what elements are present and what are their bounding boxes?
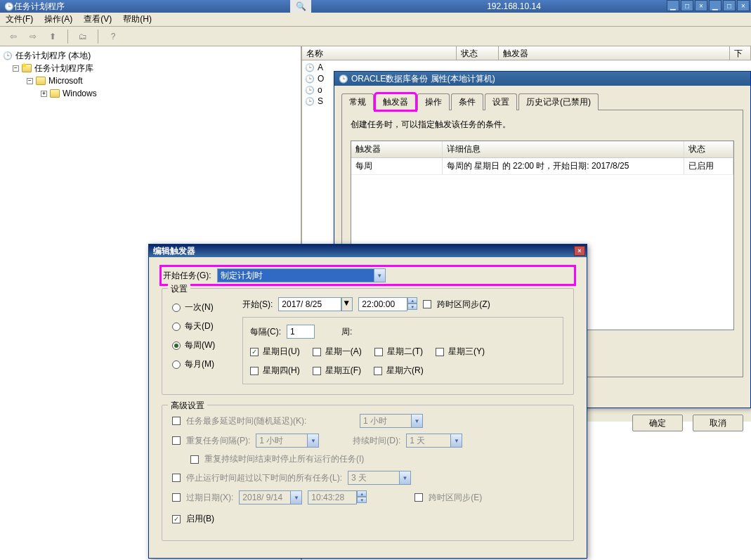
every-input[interactable]: 1: [287, 325, 315, 339]
up-button[interactable]: ⬆: [45, 29, 60, 44]
day-tuesday[interactable]: 星期二(T): [374, 346, 423, 358]
duration-dropdown[interactable]: 1 天▼: [406, 434, 462, 448]
expander-icon[interactable]: −: [27, 78, 33, 84]
chevron-down-icon[interactable]: ▼: [399, 471, 410, 484]
checkbox-icon: [313, 367, 321, 375]
folder-icon: [22, 64, 32, 72]
col-next[interactable]: 下: [730, 46, 751, 60]
spin-down-icon[interactable]: ▼: [407, 304, 417, 310]
expire-checkbox[interactable]: [172, 493, 181, 502]
minimize-button[interactable]: ▁: [709, 0, 721, 11]
repeat-label: 重复任务间隔(P):: [186, 435, 250, 447]
day-monday[interactable]: 星期一(A): [313, 346, 362, 358]
day-saturday[interactable]: 星期六(R): [374, 365, 424, 377]
radio-once[interactable]: 一次(N): [172, 301, 228, 313]
start-task-dropdown[interactable]: 制定计划时 ▼: [217, 268, 386, 282]
start-time-input[interactable]: 22:00:00 ▲▼: [358, 297, 417, 311]
tab-settings[interactable]: 设置: [485, 93, 517, 110]
checkbox-icon: [374, 367, 382, 375]
tree-library[interactable]: − 任务计划程序库: [3, 62, 298, 74]
chevron-down-icon[interactable]: ▼: [307, 434, 318, 447]
expander-icon[interactable]: −: [13, 65, 19, 72]
chevron-down-icon[interactable]: ▼: [374, 269, 385, 282]
close-icon[interactable]: ×: [574, 246, 585, 256]
chevron-down-icon[interactable]: ▼: [341, 297, 353, 311]
repeat-checkbox[interactable]: [172, 436, 181, 445]
help-button[interactable]: ?: [105, 29, 121, 44]
maximize-button[interactable]: □: [723, 0, 736, 11]
col-detail[interactable]: 详细信息: [443, 141, 684, 157]
dialog-buttons: 确定 取消: [632, 415, 743, 431]
chevron-down-icon[interactable]: ▼: [411, 415, 422, 427]
expire-date-input[interactable]: 2018/ 9/14▼: [239, 490, 302, 504]
tab-triggers[interactable]: 触发器: [375, 93, 416, 110]
tree-root[interactable]: 任务计划程序 (本地): [3, 49, 298, 62]
day-friday[interactable]: 星期五(F): [313, 365, 361, 377]
col-state[interactable]: 状态: [684, 141, 733, 157]
col-state[interactable]: 状态: [457, 46, 499, 60]
chevron-down-icon[interactable]: ▼: [450, 434, 462, 447]
tab-history[interactable]: 历史记录(已禁用): [518, 93, 599, 110]
properties-titlebar[interactable]: ORACLE数据库备份 属性(本地计算机): [334, 72, 750, 86]
tree-windows-label: Windows: [63, 89, 97, 98]
col-trigger[interactable]: 触发器: [351, 141, 443, 157]
stop-dropdown[interactable]: 3 天▼: [348, 471, 411, 485]
radio-weekly[interactable]: 每周(W): [172, 339, 228, 351]
edit-trigger-titlebar[interactable]: 编辑触发器 ×: [149, 245, 587, 257]
stop-after-checkbox[interactable]: [190, 455, 199, 464]
menu-action[interactable]: 操作(A): [44, 13, 72, 25]
spin-up-icon[interactable]: ▲: [357, 490, 367, 497]
tab-general[interactable]: 常规: [341, 93, 374, 110]
tz-sync-checkbox[interactable]: [423, 300, 431, 308]
col-name[interactable]: 名称: [302, 46, 457, 60]
menu-help[interactable]: 帮助(H): [123, 13, 152, 25]
day-wednesday[interactable]: 星期三(Y): [436, 346, 485, 358]
properties-title: ORACLE数据库备份 属性(本地计算机): [351, 73, 495, 85]
folder-icon: [50, 89, 60, 98]
ok-button[interactable]: 确定: [632, 415, 683, 431]
cancel-button[interactable]: 取消: [693, 415, 743, 431]
settings-groupbox: 设置 一次(N) 每天(D) 每周(W) 每月(M) 开始(S): 2017/ …: [162, 288, 574, 395]
tree-microsoft[interactable]: − Microsoft: [3, 74, 298, 87]
spin-down-icon[interactable]: ▼: [357, 497, 367, 503]
checkbox-icon: [436, 348, 444, 356]
menubar: 文件(F) 操作(A) 查看(V) 帮助(H): [0, 13, 751, 27]
menu-file[interactable]: 文件(F): [6, 13, 33, 25]
menu-view[interactable]: 查看(V): [84, 13, 112, 25]
expire-time-input[interactable]: 10:43:28 ▲▼: [308, 490, 367, 504]
enabled-checkbox[interactable]: [172, 515, 181, 523]
refresh-button[interactable]: 🗂: [75, 29, 91, 44]
spin-up-icon[interactable]: ▲: [407, 297, 417, 304]
stop-longer-checkbox[interactable]: [172, 474, 181, 482]
delay-checkbox[interactable]: [172, 417, 181, 425]
table-row[interactable]: 每周 每周的 星期日 的 22:00 时，开始日期: 2017/8/25 已启用: [351, 158, 733, 175]
inner-maximize-button[interactable]: □: [681, 0, 693, 11]
tz-sync2-checkbox[interactable]: [414, 493, 423, 502]
day-thursday[interactable]: 星期四(H): [250, 365, 300, 377]
checkbox-icon: [250, 367, 259, 375]
col-triggers[interactable]: 触发器: [499, 46, 730, 60]
day-sunday[interactable]: 星期日(U): [250, 346, 300, 358]
tab-description: 创建任务时，可以指定触发该任务的条件。: [351, 119, 734, 131]
delay-dropdown[interactable]: 1 小时▼: [360, 414, 423, 428]
chevron-down-icon[interactable]: ▼: [290, 491, 301, 504]
start-date-input[interactable]: 2017/ 8/25 ▼: [278, 297, 353, 311]
tz-sync-label: 跨时区同步(Z): [437, 299, 490, 311]
inner-minimize-button[interactable]: ▁: [667, 0, 679, 11]
tree-windows[interactable]: + Windows: [3, 87, 298, 100]
forward-button[interactable]: ⇨: [25, 29, 41, 44]
advanced-groupbox: 高级设置 任务最多延迟时间(随机延迟)(K): 1 小时▼ 重复任务间隔(P):…: [162, 405, 574, 541]
tab-conditions[interactable]: 条件: [451, 93, 483, 110]
search-icon[interactable]: 🔍: [290, 0, 311, 13]
radio-icon: [172, 304, 181, 312]
tab-actions[interactable]: 操作: [417, 93, 450, 110]
back-button[interactable]: ⇦: [6, 29, 21, 44]
radio-monthly[interactable]: 每月(M): [172, 358, 228, 370]
close-button[interactable]: ×: [737, 0, 750, 11]
repeat-dropdown[interactable]: 1 小时▼: [256, 434, 319, 448]
inner-close-button[interactable]: ×: [695, 0, 707, 11]
radio-daily[interactable]: 每天(D): [172, 320, 228, 332]
expander-icon[interactable]: +: [41, 91, 47, 97]
cell-trigger: 每周: [351, 158, 443, 174]
radio-icon: [172, 360, 181, 369]
